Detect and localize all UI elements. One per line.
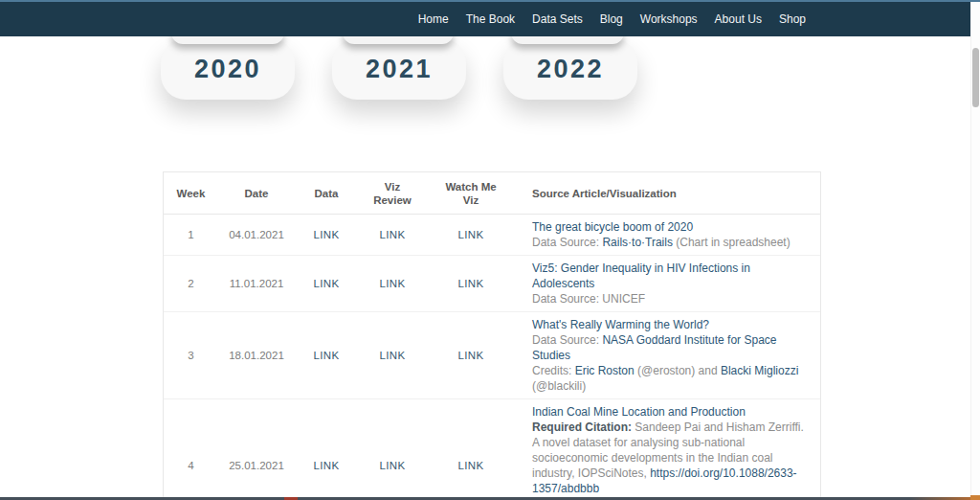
- source-text: Data Source:: [532, 236, 602, 249]
- source-paragraph: Viz5: Gender Inequality in HIV Infection…: [532, 261, 807, 291]
- source-paragraph: Indian Coal Mine Location and Production: [532, 404, 807, 420]
- viz-schedule-table: WeekDateDataViz ReviewWatch Me VizSource…: [163, 171, 821, 500]
- source-paragraph: Credits: Eric Roston (@eroston) and Blac…: [532, 363, 807, 394]
- nav-item-home[interactable]: Home: [416, 9, 451, 30]
- source-inline-link[interactable]: Rails·to·Trails: [602, 236, 673, 249]
- scrollbar-thumb[interactable]: [972, 48, 979, 107]
- week-cell-label: 2: [188, 278, 193, 289]
- next-section-accent-corner: [970, 495, 980, 500]
- viz-review-link: LINK: [358, 350, 427, 361]
- watch-me-viz-link: LINK: [427, 278, 515, 289]
- data-link: LINK: [295, 278, 358, 289]
- data-link[interactable]: LINK: [314, 460, 340, 471]
- data-link: LINK: [295, 229, 358, 240]
- source-text: (@eroston) and: [635, 364, 721, 377]
- table-body: 104.01.2021LINKLINKLINKThe great bicycle…: [164, 215, 820, 500]
- year-button-2022[interactable]: 2022: [503, 38, 637, 100]
- week-cell: 1: [164, 229, 218, 240]
- source-paragraph: The great bicycle boom of 2020: [532, 219, 807, 235]
- date-cell: 11.01.2021: [218, 278, 295, 289]
- date-cell: 18.01.2021: [218, 350, 295, 361]
- source-article-link[interactable]: What's Really Warming the World?: [532, 318, 709, 331]
- viz-review-link[interactable]: LINK: [380, 229, 406, 240]
- week-cell-label: 1: [188, 229, 193, 240]
- source-text: (@blackili): [532, 379, 586, 393]
- watch-me-viz-link[interactable]: LINK: [458, 460, 484, 471]
- table-row: 318.01.2021LINKLINKLINKWhat's Really War…: [164, 312, 820, 399]
- header-label: Date: [245, 187, 269, 200]
- source-article-link[interactable]: The great bicycle boom of 2020: [532, 220, 693, 234]
- source-text: Required Citation:: [532, 420, 632, 434]
- data-link: LINK: [295, 350, 358, 361]
- watch-me-viz-link[interactable]: LINK: [458, 278, 484, 289]
- source-article-link[interactable]: Indian Coal Mine Location and Production: [532, 405, 746, 419]
- source-text: (Chart in spreadsheet): [673, 236, 791, 249]
- date-cell: 25.01.2021: [218, 460, 295, 471]
- source-inline-link[interactable]: Eric Roston: [575, 364, 635, 377]
- source-paragraph: Required Citation: Sandeep Pai and Hisha…: [532, 420, 807, 496]
- date-cell: 04.01.2021: [218, 229, 295, 240]
- header-date: Date: [218, 187, 295, 200]
- header-label: Data: [315, 187, 339, 200]
- source-paragraph: Data Source: Rails·to·Trails (Chart in s…: [532, 235, 807, 250]
- main-nav: HomeThe BookData SetsBlogWorkshopsAbout …: [0, 1, 970, 36]
- header-source-article-visualization: Source Article/Visualization: [515, 187, 820, 200]
- week-cell-label: 3: [188, 350, 193, 361]
- year-button-2021[interactable]: 2021: [332, 38, 466, 100]
- data-link[interactable]: LINK: [314, 278, 340, 289]
- source-paragraph: Data Source: UNICEF: [532, 291, 807, 307]
- nav-item-workshops[interactable]: Workshops: [638, 9, 700, 30]
- nav-item-about-us[interactable]: About Us: [713, 9, 764, 30]
- date-cell-label: 04.01.2021: [229, 229, 284, 240]
- week-cell: 3: [164, 350, 218, 361]
- header-week: Week: [164, 187, 218, 200]
- data-link[interactable]: LINK: [314, 229, 340, 240]
- header-label: Viz Review: [370, 180, 414, 207]
- source-cell: What's Really Warming the World?Data Sou…: [515, 317, 820, 394]
- source-text: Data Source: UNICEF: [532, 292, 645, 306]
- week-cell-label: 4: [188, 460, 193, 471]
- table-row: 425.01.2021LINKLINKLINKIndian Coal Mine …: [164, 399, 820, 500]
- table-row: 104.01.2021LINKLINKLINKThe great bicycle…: [164, 215, 820, 256]
- source-article-link[interactable]: Viz5: Gender Inequality in HIV Infection…: [532, 261, 750, 290]
- nav-item-data-sets[interactable]: Data Sets: [530, 9, 585, 30]
- watch-me-viz-link: LINK: [427, 229, 515, 240]
- source-cell: Indian Coal Mine Location and Production…: [515, 404, 820, 500]
- week-cell: 4: [164, 460, 218, 471]
- header-viz-review: Viz Review: [358, 180, 427, 207]
- date-cell-label: 18.01.2021: [229, 350, 284, 361]
- date-cell-label: 11.01.2021: [230, 278, 284, 289]
- watch-me-viz-link: LINK: [427, 460, 515, 471]
- source-cell: The great bicycle boom of 2020Data Sourc…: [515, 219, 820, 250]
- nav-item-shop[interactable]: Shop: [777, 9, 808, 30]
- header-watch-me-viz: Watch Me Viz: [427, 180, 515, 207]
- viz-review-link[interactable]: LINK: [380, 460, 406, 471]
- source-text: Credits:: [532, 364, 575, 377]
- data-link[interactable]: LINK: [314, 350, 340, 361]
- header-data: Data: [295, 187, 358, 200]
- header-label: Week: [177, 187, 206, 200]
- viz-review-link: LINK: [358, 278, 427, 289]
- header-label: Source Article/Visualization: [532, 187, 677, 200]
- source-paragraph: What's Really Warming the World?: [532, 317, 807, 332]
- watch-me-viz-link: LINK: [427, 350, 515, 361]
- viz-review-link[interactable]: LINK: [380, 278, 406, 289]
- nav-item-blog[interactable]: Blog: [598, 9, 625, 30]
- watch-me-viz-link[interactable]: LINK: [458, 229, 484, 240]
- week-cell: 2: [164, 278, 218, 289]
- source-paragraph: Data Source: NASA Goddard Institute for …: [532, 332, 807, 363]
- source-inline-link[interactable]: Blacki Migliozzi: [721, 364, 798, 377]
- header-label: Watch Me Viz: [441, 180, 501, 207]
- data-link: LINK: [295, 460, 358, 471]
- source-cell: Viz5: Gender Inequality in HIV Infection…: [515, 261, 820, 307]
- table-row: 211.01.2021LINKLINKLINKViz5: Gender Ineq…: [164, 256, 820, 312]
- window-top-border: [0, 0, 980, 2]
- nav-item-the-book[interactable]: The Book: [464, 9, 517, 30]
- viz-review-link[interactable]: LINK: [380, 350, 406, 361]
- date-cell-label: 25.01.2021: [229, 460, 284, 471]
- watch-me-viz-link[interactable]: LINK: [458, 350, 484, 361]
- source-text: Data Source:: [532, 333, 602, 347]
- viz-review-link: LINK: [358, 460, 427, 471]
- year-button-2020[interactable]: 2020: [161, 38, 295, 100]
- viz-review-link: LINK: [358, 229, 427, 240]
